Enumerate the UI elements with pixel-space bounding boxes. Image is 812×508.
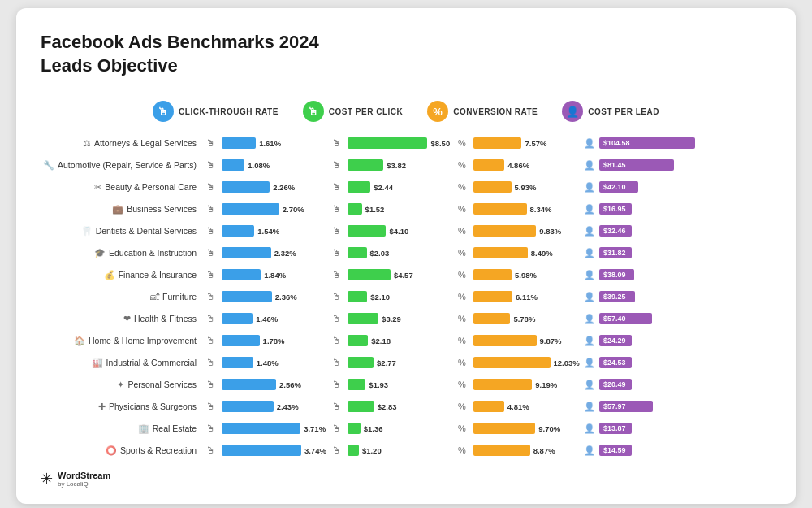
cvr-bar-wrap: 5.98% (473, 269, 577, 280)
cvr-bar-wrap: 9.70% (473, 423, 577, 434)
cpl-cell: 👤 $32.46 (581, 225, 706, 237)
cvr-value: 7.57% (525, 139, 546, 148)
ctr-bar-wrap: 2.70% (222, 203, 326, 215)
cvr-row-icon: % (458, 226, 469, 236)
ctr-cell: 🖱 3.74% (203, 445, 329, 456)
cpl-row-icon: 👤 (584, 445, 595, 456)
ctr-bar (222, 335, 260, 346)
cpl-bar-wrap: $31.82 (599, 247, 703, 258)
cpl-cell: 👤 $39.25 (581, 291, 706, 302)
cpc-value: $2.83 (378, 402, 397, 411)
cpc-row-icon: 🖱 (332, 138, 343, 148)
ctr-value: 1.78% (263, 336, 285, 345)
cpc-value: $1.36 (364, 424, 383, 433)
cpl-row-icon: 👤 (584, 358, 595, 368)
cvr-row-icon: % (458, 402, 469, 411)
cpc-bar (348, 291, 367, 302)
ctr-bar-wrap: 2.32% (222, 247, 326, 258)
ctr-cell: 🖱 2.32% (203, 247, 329, 258)
ctr-bar (222, 137, 256, 149)
ctr-row-icon: 🖱 (206, 270, 218, 280)
cpc-bar (348, 159, 383, 171)
table-row: 🏭Industrial & Commercial 🖱 1.48% 🖱 $2.77… (41, 353, 771, 372)
ctr-bar-wrap: 1.84% (222, 269, 326, 280)
ctr-bar (222, 313, 253, 324)
cpc-row-icon: 🖱 (332, 314, 343, 323)
cpl-bar: $24.29 (599, 335, 632, 346)
category-icon: 🏢 (138, 423, 149, 434)
cpl-value: $24.53 (599, 358, 630, 367)
ctr-row-icon: 🖱 (206, 160, 218, 170)
table-row: ⭕Sports & Recreation 🖱 3.74% 🖱 $1.20 % 8… (41, 441, 771, 460)
ctr-value: 2.32% (274, 249, 296, 258)
cvr-bar-wrap: 8.87% (473, 445, 577, 456)
cvr-value: 6.11% (516, 293, 538, 302)
cvr-value: 5.78% (513, 315, 535, 323)
cpl-row-icon: 👤 (584, 402, 595, 412)
cvr-cell: % 8.34% (455, 203, 581, 215)
cpc-bar-wrap: $1.20 (348, 445, 451, 456)
cvr-bar-wrap: 8.49% (473, 247, 577, 258)
cpc-cell: 🖱 $2.77 (329, 357, 455, 368)
cpc-row-icon: 🖱 (332, 380, 343, 389)
cpc-bar-wrap: $4.57 (348, 269, 451, 280)
category-icon: 💼 (112, 204, 123, 215)
ctr-value: 3.71% (304, 424, 326, 433)
category-icon: 💰 (104, 270, 115, 280)
cvr-value: 9.87% (540, 336, 562, 345)
ctr-cell: 🖱 2.43% (203, 401, 329, 412)
cvr-cell: % 9.83% (455, 225, 581, 237)
cpc-cell: 🖱 $1.20 (329, 445, 455, 456)
cpl-bar: $20.49 (599, 379, 632, 390)
data-table: ⚖Attorneys & Legal Services 🖱 1.61% 🖱 $8… (41, 133, 771, 460)
cpl-bar: $57.97 (599, 401, 653, 412)
ctr-bar-wrap: 1.54% (222, 225, 326, 237)
ctr-bar-wrap: 1.48% (222, 357, 326, 368)
cpc-bar (348, 423, 361, 434)
cvr-bar (473, 335, 537, 346)
row-label: 🏠Home & Home Improvement (41, 336, 203, 346)
cpl-value: $38.09 (599, 271, 630, 279)
cvr-row-icon: % (458, 160, 469, 170)
ctr-cell: 🖱 1.08% (203, 159, 329, 171)
table-row: 💰Finance & Insurance 🖱 1.84% 🖱 $4.57 % 5… (41, 265, 771, 284)
ctr-bar (222, 445, 301, 456)
ctr-value: 1.54% (257, 227, 279, 236)
cpl-bar: $38.09 (599, 269, 634, 280)
ctr-cell: 🖱 1.61% (203, 137, 329, 149)
cpl-bar: $14.59 (599, 445, 632, 456)
cvr-bar-wrap: 12.03% (473, 357, 580, 368)
ctr-value: 1.61% (259, 139, 281, 148)
ctr-row-icon: 🖱 (206, 292, 218, 302)
cvr-row-icon: % (458, 380, 469, 389)
ctr-bar (222, 225, 254, 237)
ctr-bar (222, 401, 274, 412)
category-icon: 🏠 (74, 336, 85, 346)
cpl-bar-wrap: $57.40 (599, 313, 703, 324)
cpc-row-icon: 🖱 (332, 402, 343, 411)
cpc-bar (348, 247, 367, 258)
row-label: 🦷Dentists & Dental Services (41, 226, 203, 237)
cpl-cell: 👤 $14.59 (581, 445, 706, 456)
cpc-row-icon: 🖱 (332, 445, 343, 455)
cpl-cell: 👤 $104.58 (581, 137, 706, 149)
cpc-row-icon: 🖱 (332, 226, 343, 236)
cpl-bar: $42.10 (599, 181, 638, 193)
cvr-bar-wrap: 4.81% (473, 401, 577, 412)
cvr-bar-wrap: 7.57% (473, 137, 577, 149)
cvr-cell: % 5.98% (455, 269, 581, 280)
cpc-bar (348, 379, 365, 390)
cpc-cell: 🖱 $1.52 (329, 203, 455, 215)
cpl-bar-wrap: $104.58 (599, 137, 703, 149)
ctr-value: 1.48% (257, 358, 279, 367)
cvr-cell: % 5.93% (455, 181, 581, 193)
cpc-cell: 🖱 $2.18 (329, 335, 455, 346)
cvr-value: 4.81% (508, 402, 529, 411)
page-title: Facebook Ads Benchmarks 2024 Leads Objec… (41, 31, 771, 77)
cpc-row-icon: 🖱 (332, 270, 343, 280)
cvr-cell: % 6.11% (455, 291, 581, 302)
cpc-bar-wrap: $8.50 (348, 137, 451, 149)
ctr-bar-wrap: 2.43% (222, 401, 326, 412)
row-label: 🔧Automotive (Repair, Service & Parts) (41, 160, 203, 171)
cpl-cell: 👤 $57.97 (581, 401, 706, 412)
